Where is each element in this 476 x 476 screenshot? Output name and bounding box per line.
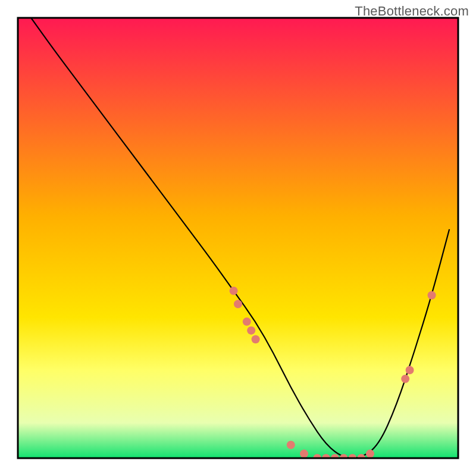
data-marker xyxy=(300,450,308,458)
data-marker xyxy=(252,335,260,343)
data-marker xyxy=(287,441,295,449)
bottleneck-chart xyxy=(0,0,476,476)
chart-container: TheBottleneck.com xyxy=(0,0,476,476)
watermark-text: TheBottleneck.com xyxy=(355,4,469,19)
plot-area xyxy=(18,18,458,462)
data-marker xyxy=(234,300,242,308)
data-marker xyxy=(230,287,238,295)
data-marker xyxy=(406,366,414,374)
data-marker xyxy=(401,375,409,383)
data-marker xyxy=(243,318,251,326)
data-marker xyxy=(428,291,436,299)
data-marker xyxy=(366,450,374,458)
data-marker xyxy=(247,326,255,334)
gradient-background xyxy=(18,18,458,458)
